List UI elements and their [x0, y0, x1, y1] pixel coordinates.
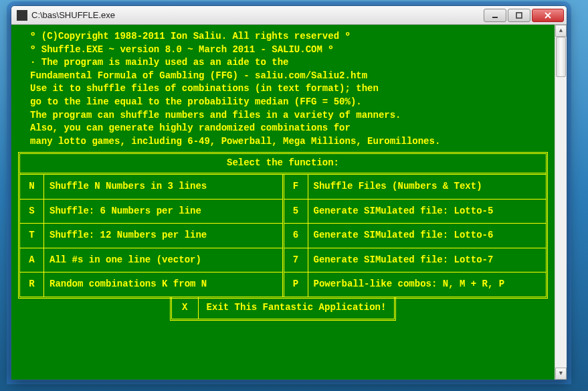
scroll-down-button[interactable]: ▼: [555, 368, 567, 380]
menu-key: T: [20, 224, 44, 248]
intro-line: º (C)Copyright 1988-2011 Ion Saliu. All …: [18, 30, 548, 44]
menu-desc: Exit This Fantastic Application!: [199, 297, 395, 319]
menu-column-right: F Shuffle Files (Numbers & Text) 5 Gener…: [284, 175, 547, 297]
menu-item-f[interactable]: F Shuffle Files (Numbers & Text): [284, 175, 547, 199]
intro-line: The program can shuffle numbers and file…: [18, 109, 548, 123]
intro-line: · The program is mainly used as an aide …: [18, 56, 548, 70]
intro-line: Fundamental Formula of Gambling (FFG) - …: [18, 70, 548, 83]
menu-key: 7: [284, 248, 308, 272]
menu-column-left: N Shuffle N Numbers in 3 lines S Shuffle…: [20, 175, 284, 297]
menu-item-n[interactable]: N Shuffle N Numbers in 3 lines: [20, 175, 282, 199]
maximize-icon: [516, 12, 522, 19]
menu-item-a[interactable]: A All #s in one line (vector): [20, 248, 282, 272]
menu-item-5[interactable]: 5 Generate SIMulated file: Lotto-5: [284, 199, 547, 224]
menu-key: X: [172, 297, 199, 319]
minimize-icon: [492, 12, 498, 19]
menu-desc: Shuffle: 6 Numbers per line: [44, 200, 282, 224]
console-area[interactable]: º (C)Copyright 1988-2011 Ion Saliu. All …: [11, 25, 555, 380]
vertical-scrollbar[interactable]: ▲ ▼: [555, 25, 567, 380]
window-title: C:\bas\SHUFFLE.exe: [31, 10, 482, 20]
menu-desc: Powerball-like combos: N, M + R, P: [308, 272, 547, 297]
menu-desc: Shuffle: 12 Numbers per line: [44, 224, 282, 248]
menu-key: S: [20, 200, 44, 224]
intro-line: Use it to shuffle files of combinations …: [18, 82, 548, 96]
menu-key: N: [20, 175, 44, 199]
menu-key: F: [284, 175, 308, 199]
console-window: C:\bas\SHUFFLE.exe º (C)Copyright 1988-2…: [11, 5, 567, 380]
menu-key: 6: [284, 224, 308, 248]
window-controls: [482, 9, 564, 22]
exit-row: X Exit This Fantastic Application!: [18, 297, 548, 321]
menu-desc: All #s in one line (vector): [44, 248, 282, 272]
app-icon: [17, 10, 27, 21]
svg-rect-1: [516, 13, 522, 18]
menu-grid: N Shuffle N Numbers in 3 lines S Shuffle…: [20, 175, 546, 297]
close-icon: [545, 12, 551, 19]
close-button[interactable]: [532, 9, 564, 22]
intro-line: many lotto games, including 6-49, Powerb…: [18, 135, 548, 149]
menu-desc: Shuffle N Numbers in 3 lines: [44, 175, 282, 199]
menu-desc: Generate SIMulated file: Lotto-7: [308, 248, 547, 272]
menu-item-r[interactable]: R Random combinations K from N: [20, 272, 282, 297]
minimize-button[interactable]: [484, 9, 506, 22]
menu-item-7[interactable]: 7 Generate SIMulated file: Lotto-7: [284, 248, 547, 272]
intro-line: go to the line equal to the probability …: [18, 96, 548, 109]
menu-header: Select the function:: [20, 154, 546, 175]
maximize-button[interactable]: [508, 9, 530, 22]
menu-item-s[interactable]: S Shuffle: 6 Numbers per line: [20, 199, 282, 224]
menu-item-p[interactable]: P Powerball-like combos: N, M + R, P: [284, 272, 547, 297]
scroll-up-button[interactable]: ▲: [555, 25, 567, 37]
menu-desc: Generate SIMulated file: Lotto-5: [308, 200, 547, 224]
menu-item-t[interactable]: T Shuffle: 12 Numbers per line: [20, 223, 282, 248]
menu-item-6[interactable]: 6 Generate SIMulated file: Lotto-6: [284, 223, 547, 248]
menu-key: P: [284, 272, 308, 297]
menu-desc: Generate SIMulated file: Lotto-6: [308, 224, 547, 248]
menu-desc: Random combinations K from N: [44, 272, 282, 297]
menu-key: 5: [284, 200, 308, 224]
menu-key: A: [20, 248, 44, 272]
menu-table: Select the function: N Shuffle N Numbers…: [18, 152, 548, 299]
menu-item-exit[interactable]: X Exit This Fantastic Application!: [170, 297, 397, 321]
menu-key: R: [20, 272, 44, 297]
scroll-thumb[interactable]: [556, 37, 566, 77]
intro-line: Also, you can generate highly randomized…: [18, 122, 548, 135]
titlebar[interactable]: C:\bas\SHUFFLE.exe: [11, 6, 567, 25]
menu-desc: Shuffle Files (Numbers & Text): [308, 175, 547, 199]
intro-line: º Shuffle.EXE ~ version 8.0 ~ March 2011…: [18, 44, 548, 57]
